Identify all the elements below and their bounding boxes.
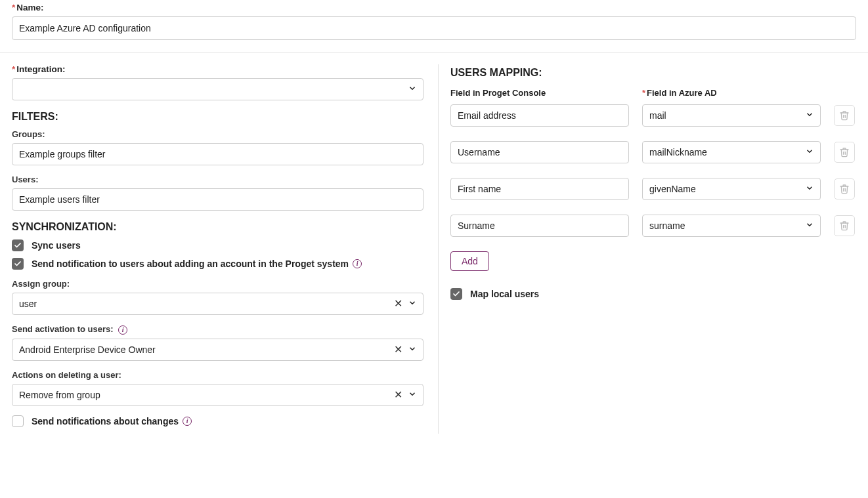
info-icon[interactable]: i <box>118 325 127 335</box>
send-activation-label: Send activation to users: i <box>12 324 423 335</box>
users-label: Users: <box>12 175 423 184</box>
sync-users-label: Sync users <box>32 240 81 251</box>
clear-icon[interactable]: ✕ <box>394 390 402 400</box>
info-icon[interactable]: i <box>353 259 362 268</box>
send-changes-checkbox[interactable] <box>12 415 24 427</box>
users-input[interactable] <box>12 188 423 211</box>
mapping-azure-select[interactable] <box>642 215 821 237</box>
delete-mapping-button[interactable] <box>834 142 855 163</box>
sync-users-checkbox[interactable] <box>12 239 24 251</box>
delete-mapping-button[interactable] <box>834 105 855 126</box>
integration-select[interactable] <box>12 78 423 100</box>
integration-label: *Integration: <box>12 64 423 74</box>
add-button[interactable]: Add <box>450 251 489 271</box>
send-notification-label: Send notification to users about adding … <box>32 259 362 269</box>
mapping-col-azure-label: *Field in Azure AD <box>642 88 856 98</box>
delete-mapping-button[interactable] <box>834 178 855 199</box>
mapping-console-input[interactable] <box>450 215 629 237</box>
mapping-row <box>450 215 856 237</box>
groups-input[interactable] <box>12 143 423 165</box>
clear-icon[interactable]: ✕ <box>394 299 402 309</box>
groups-label: Groups: <box>12 129 423 139</box>
assign-group-select[interactable] <box>12 293 423 315</box>
send-notification-checkbox[interactable] <box>12 258 24 270</box>
info-icon[interactable]: i <box>183 417 192 426</box>
assign-group-label: Assign group: <box>12 279 423 289</box>
mapping-row <box>450 178 856 200</box>
delete-mapping-button[interactable] <box>834 215 855 236</box>
send-changes-label: Send notifications about changes i <box>32 416 192 426</box>
mapping-azure-select[interactable] <box>642 178 821 200</box>
actions-delete-label: Actions on deleting a user: <box>12 370 423 380</box>
mapping-console-input[interactable] <box>450 178 629 200</box>
actions-delete-select[interactable] <box>12 384 423 406</box>
map-local-users-checkbox[interactable] <box>450 288 462 300</box>
mapping-col-console-label: Field in Proget Console <box>450 88 629 98</box>
mapping-console-input[interactable] <box>450 141 629 163</box>
clear-icon[interactable]: ✕ <box>394 344 402 355</box>
name-input[interactable] <box>12 16 856 40</box>
mapping-azure-select[interactable] <box>642 141 821 163</box>
send-activation-select[interactable] <box>12 339 423 361</box>
mapping-azure-select[interactable] <box>642 104 821 127</box>
users-mapping-heading: USERS MAPPING: <box>450 67 856 79</box>
synchronization-heading: SYNCHRONIZATION: <box>12 221 423 233</box>
mapping-row <box>450 104 856 127</box>
mapping-console-input[interactable] <box>450 104 629 127</box>
map-local-users-label: Map local users <box>470 289 539 299</box>
mapping-row <box>450 141 856 163</box>
name-label: *Name: <box>12 3 856 12</box>
filters-heading: FILTERS: <box>12 111 423 123</box>
